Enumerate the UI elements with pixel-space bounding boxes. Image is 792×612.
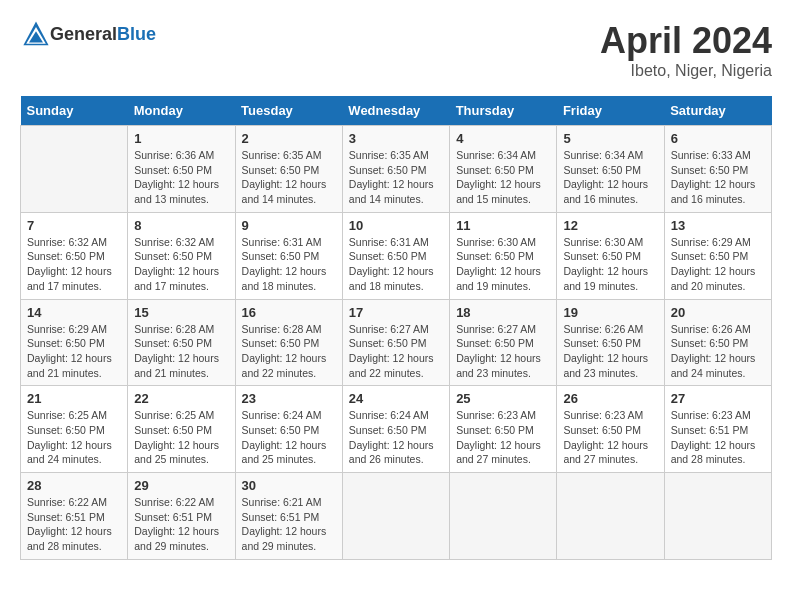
day-detail: Sunrise: 6:31 AMSunset: 6:50 PMDaylight:… [349, 236, 434, 292]
calendar-cell [450, 473, 557, 560]
day-number: 4 [456, 131, 550, 146]
day-detail: Sunrise: 6:29 AMSunset: 6:50 PMDaylight:… [27, 323, 112, 379]
col-friday: Friday [557, 96, 664, 126]
day-detail: Sunrise: 6:23 AMSunset: 6:50 PMDaylight:… [563, 409, 648, 465]
day-detail: Sunrise: 6:24 AMSunset: 6:50 PMDaylight:… [242, 409, 327, 465]
calendar-cell: 11Sunrise: 6:30 AMSunset: 6:50 PMDayligh… [450, 212, 557, 299]
day-detail: Sunrise: 6:23 AMSunset: 6:51 PMDaylight:… [671, 409, 756, 465]
day-number: 15 [134, 305, 228, 320]
calendar-cell: 26Sunrise: 6:23 AMSunset: 6:50 PMDayligh… [557, 386, 664, 473]
day-number: 16 [242, 305, 336, 320]
calendar-table: Sunday Monday Tuesday Wednesday Thursday… [20, 96, 772, 560]
calendar-cell [342, 473, 449, 560]
logo-general: General [50, 24, 117, 44]
calendar-cell: 25Sunrise: 6:23 AMSunset: 6:50 PMDayligh… [450, 386, 557, 473]
day-number: 3 [349, 131, 443, 146]
day-detail: Sunrise: 6:31 AMSunset: 6:50 PMDaylight:… [242, 236, 327, 292]
calendar-cell: 7Sunrise: 6:32 AMSunset: 6:50 PMDaylight… [21, 212, 128, 299]
calendar-week-3: 14Sunrise: 6:29 AMSunset: 6:50 PMDayligh… [21, 299, 772, 386]
calendar-week-1: 1Sunrise: 6:36 AMSunset: 6:50 PMDaylight… [21, 126, 772, 213]
logo-text: GeneralBlue [50, 24, 156, 45]
day-number: 23 [242, 391, 336, 406]
day-number: 21 [27, 391, 121, 406]
day-detail: Sunrise: 6:28 AMSunset: 6:50 PMDaylight:… [242, 323, 327, 379]
day-detail: Sunrise: 6:22 AMSunset: 6:51 PMDaylight:… [27, 496, 112, 552]
calendar-cell: 2Sunrise: 6:35 AMSunset: 6:50 PMDaylight… [235, 126, 342, 213]
day-detail: Sunrise: 6:24 AMSunset: 6:50 PMDaylight:… [349, 409, 434, 465]
day-detail: Sunrise: 6:27 AMSunset: 6:50 PMDaylight:… [456, 323, 541, 379]
day-number: 24 [349, 391, 443, 406]
calendar-cell: 4Sunrise: 6:34 AMSunset: 6:50 PMDaylight… [450, 126, 557, 213]
calendar-cell: 22Sunrise: 6:25 AMSunset: 6:50 PMDayligh… [128, 386, 235, 473]
calendar-cell [21, 126, 128, 213]
calendar-body: 1Sunrise: 6:36 AMSunset: 6:50 PMDaylight… [21, 126, 772, 560]
calendar-cell: 19Sunrise: 6:26 AMSunset: 6:50 PMDayligh… [557, 299, 664, 386]
calendar-cell: 21Sunrise: 6:25 AMSunset: 6:50 PMDayligh… [21, 386, 128, 473]
day-number: 29 [134, 478, 228, 493]
day-detail: Sunrise: 6:26 AMSunset: 6:50 PMDaylight:… [563, 323, 648, 379]
day-detail: Sunrise: 6:35 AMSunset: 6:50 PMDaylight:… [242, 149, 327, 205]
day-number: 28 [27, 478, 121, 493]
day-number: 26 [563, 391, 657, 406]
day-number: 13 [671, 218, 765, 233]
day-detail: Sunrise: 6:34 AMSunset: 6:50 PMDaylight:… [456, 149, 541, 205]
day-detail: Sunrise: 6:28 AMSunset: 6:50 PMDaylight:… [134, 323, 219, 379]
calendar-cell: 6Sunrise: 6:33 AMSunset: 6:50 PMDaylight… [664, 126, 771, 213]
day-number: 2 [242, 131, 336, 146]
col-saturday: Saturday [664, 96, 771, 126]
day-detail: Sunrise: 6:33 AMSunset: 6:50 PMDaylight:… [671, 149, 756, 205]
page-header: GeneralBlue April 2024 Ibeto, Niger, Nig… [20, 20, 772, 80]
day-number: 11 [456, 218, 550, 233]
day-detail: Sunrise: 6:22 AMSunset: 6:51 PMDaylight:… [134, 496, 219, 552]
calendar-cell: 29Sunrise: 6:22 AMSunset: 6:51 PMDayligh… [128, 473, 235, 560]
calendar-header: Sunday Monday Tuesday Wednesday Thursday… [21, 96, 772, 126]
month-title: April 2024 [600, 20, 772, 62]
title-block: April 2024 Ibeto, Niger, Nigeria [600, 20, 772, 80]
col-sunday: Sunday [21, 96, 128, 126]
col-monday: Monday [128, 96, 235, 126]
calendar-cell: 13Sunrise: 6:29 AMSunset: 6:50 PMDayligh… [664, 212, 771, 299]
day-number: 10 [349, 218, 443, 233]
calendar-cell: 3Sunrise: 6:35 AMSunset: 6:50 PMDaylight… [342, 126, 449, 213]
day-number: 25 [456, 391, 550, 406]
calendar-cell: 1Sunrise: 6:36 AMSunset: 6:50 PMDaylight… [128, 126, 235, 213]
day-number: 12 [563, 218, 657, 233]
day-detail: Sunrise: 6:30 AMSunset: 6:50 PMDaylight:… [456, 236, 541, 292]
day-detail: Sunrise: 6:32 AMSunset: 6:50 PMDaylight:… [27, 236, 112, 292]
day-detail: Sunrise: 6:25 AMSunset: 6:50 PMDaylight:… [27, 409, 112, 465]
day-detail: Sunrise: 6:29 AMSunset: 6:50 PMDaylight:… [671, 236, 756, 292]
day-number: 20 [671, 305, 765, 320]
day-number: 1 [134, 131, 228, 146]
calendar-cell: 30Sunrise: 6:21 AMSunset: 6:51 PMDayligh… [235, 473, 342, 560]
day-number: 18 [456, 305, 550, 320]
day-number: 27 [671, 391, 765, 406]
day-detail: Sunrise: 6:23 AMSunset: 6:50 PMDaylight:… [456, 409, 541, 465]
col-wednesday: Wednesday [342, 96, 449, 126]
day-number: 22 [134, 391, 228, 406]
day-detail: Sunrise: 6:25 AMSunset: 6:50 PMDaylight:… [134, 409, 219, 465]
day-number: 19 [563, 305, 657, 320]
calendar-cell: 23Sunrise: 6:24 AMSunset: 6:50 PMDayligh… [235, 386, 342, 473]
day-detail: Sunrise: 6:35 AMSunset: 6:50 PMDaylight:… [349, 149, 434, 205]
calendar-cell: 17Sunrise: 6:27 AMSunset: 6:50 PMDayligh… [342, 299, 449, 386]
day-detail: Sunrise: 6:21 AMSunset: 6:51 PMDaylight:… [242, 496, 327, 552]
col-tuesday: Tuesday [235, 96, 342, 126]
calendar-cell: 12Sunrise: 6:30 AMSunset: 6:50 PMDayligh… [557, 212, 664, 299]
calendar-week-4: 21Sunrise: 6:25 AMSunset: 6:50 PMDayligh… [21, 386, 772, 473]
calendar-cell: 16Sunrise: 6:28 AMSunset: 6:50 PMDayligh… [235, 299, 342, 386]
day-number: 30 [242, 478, 336, 493]
header-row: Sunday Monday Tuesday Wednesday Thursday… [21, 96, 772, 126]
day-detail: Sunrise: 6:32 AMSunset: 6:50 PMDaylight:… [134, 236, 219, 292]
day-number: 5 [563, 131, 657, 146]
calendar-cell: 14Sunrise: 6:29 AMSunset: 6:50 PMDayligh… [21, 299, 128, 386]
day-detail: Sunrise: 6:36 AMSunset: 6:50 PMDaylight:… [134, 149, 219, 205]
day-number: 14 [27, 305, 121, 320]
day-number: 17 [349, 305, 443, 320]
calendar-cell: 8Sunrise: 6:32 AMSunset: 6:50 PMDaylight… [128, 212, 235, 299]
calendar-cell: 5Sunrise: 6:34 AMSunset: 6:50 PMDaylight… [557, 126, 664, 213]
day-number: 8 [134, 218, 228, 233]
calendar-week-5: 28Sunrise: 6:22 AMSunset: 6:51 PMDayligh… [21, 473, 772, 560]
col-thursday: Thursday [450, 96, 557, 126]
calendar-cell: 24Sunrise: 6:24 AMSunset: 6:50 PMDayligh… [342, 386, 449, 473]
day-detail: Sunrise: 6:30 AMSunset: 6:50 PMDaylight:… [563, 236, 648, 292]
